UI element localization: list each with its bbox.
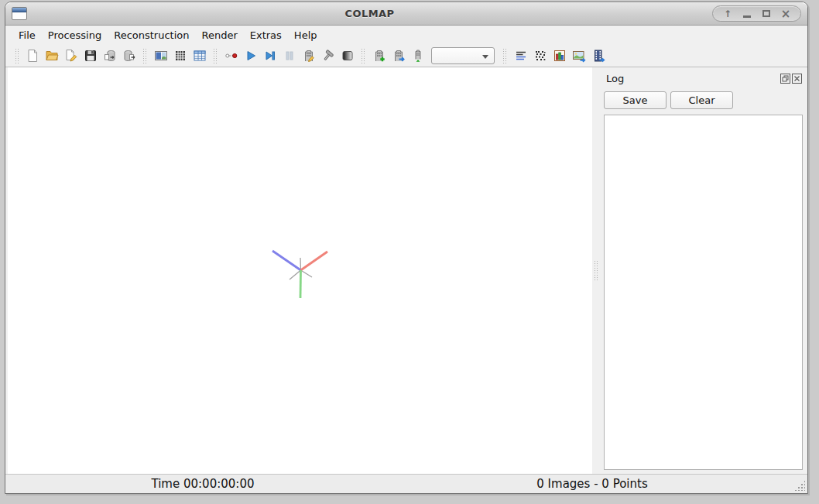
- window-controls: ↑ ×: [712, 5, 801, 22]
- log-output-text[interactable]: [604, 115, 803, 470]
- table-view-button[interactable]: [190, 46, 209, 66]
- close-panel-button[interactable]: [792, 74, 802, 84]
- log-lines-icon: [514, 49, 528, 63]
- log-lines-button[interactable]: [511, 46, 530, 66]
- feature-match-button[interactable]: [221, 46, 241, 66]
- title-bar[interactable]: COLMAP ↑ ×: [5, 2, 807, 26]
- movie-grab-icon: [591, 49, 605, 63]
- table-icon: [193, 49, 207, 63]
- match-matrix-button[interactable]: [530, 46, 550, 66]
- bar-chart-button[interactable]: [550, 46, 569, 66]
- minimize-button[interactable]: [742, 9, 752, 19]
- hammer-button[interactable]: [318, 46, 338, 66]
- splitter-grip-icon: [594, 260, 598, 282]
- export-model-button[interactable]: [119, 46, 139, 66]
- new-file-icon: [26, 49, 39, 63]
- window-title: COLMAP: [27, 8, 712, 19]
- axes-gizmo: [8, 67, 592, 473]
- toolbar-separator: [361, 48, 365, 63]
- pause-icon: [283, 49, 296, 63]
- toolbar-separator: [213, 48, 218, 63]
- toolbar-drag-handle[interactable]: [15, 48, 19, 63]
- building-edit-icon: [302, 49, 316, 63]
- toolbar: [5, 44, 807, 67]
- main-area: Log: [5, 67, 807, 474]
- menu-help[interactable]: Help: [288, 27, 324, 43]
- building-export-button[interactable]: [389, 46, 408, 66]
- building-edit-button[interactable]: [299, 46, 318, 66]
- building-export-icon: [392, 49, 406, 63]
- render-sphere-icon: [341, 49, 355, 63]
- shade-button[interactable]: ↑: [722, 9, 733, 19]
- building-up-icon: [411, 49, 425, 63]
- edit-file-icon: [64, 49, 78, 63]
- step-forward-button[interactable]: [260, 46, 279, 66]
- log-panel-title: Log: [606, 73, 624, 84]
- log-panel: Log: [598, 67, 803, 474]
- import-model-icon: [103, 49, 117, 63]
- save-icon: [84, 49, 98, 63]
- float-panel-button[interactable]: [780, 74, 790, 84]
- match-matrix-icon: [533, 49, 547, 63]
- status-bar: Time 00:00:00:00 0 Images - 0 Points: [5, 474, 807, 493]
- chevron-down-icon: [482, 55, 488, 59]
- image-pair-icon: [154, 49, 168, 63]
- save-button[interactable]: [81, 46, 100, 66]
- bar-chart-icon: [553, 49, 567, 63]
- building-add-button[interactable]: [369, 46, 389, 66]
- feature-match-icon: [224, 49, 238, 63]
- menu-render[interactable]: Render: [195, 27, 243, 43]
- status-stats-label: 0 Images - 0 Points: [402, 477, 783, 491]
- maximize-button[interactable]: [761, 9, 772, 19]
- grid-icon: [173, 49, 187, 63]
- play-button[interactable]: [241, 46, 260, 66]
- log-clear-button[interactable]: Clear: [670, 91, 733, 109]
- close-icon: [792, 74, 802, 84]
- log-save-button[interactable]: Save: [604, 91, 667, 109]
- menu-extras[interactable]: Extras: [244, 27, 288, 43]
- toolbar-separator: [502, 48, 507, 63]
- log-buttons-row: Save Clear: [604, 91, 803, 109]
- image-grab-icon: [572, 49, 586, 63]
- render-sphere-button[interactable]: [338, 46, 357, 66]
- colmap-window: COLMAP ↑ × File Processing Reconstructio…: [5, 2, 808, 494]
- building-add-icon: [372, 49, 386, 63]
- float-icon: [780, 74, 790, 84]
- pause-button[interactable]: [279, 46, 299, 66]
- model-viewport[interactable]: [8, 67, 592, 474]
- import-model-button[interactable]: [100, 46, 119, 66]
- window-icon: [12, 7, 27, 20]
- menu-bar: File Processing Reconstruction Render Ex…: [5, 26, 807, 44]
- open-folder-icon: [45, 49, 59, 63]
- image-grab-button[interactable]: [569, 46, 588, 66]
- step-forward-icon: [263, 49, 277, 63]
- menu-file[interactable]: File: [12, 27, 42, 43]
- menu-reconstruction[interactable]: Reconstruction: [108, 27, 195, 43]
- splitter[interactable]: [592, 67, 598, 474]
- resize-grip[interactable]: [794, 480, 805, 491]
- grid-view-button[interactable]: [170, 46, 190, 66]
- menu-processing[interactable]: Processing: [42, 27, 108, 43]
- edit-file-button[interactable]: [61, 46, 81, 66]
- status-time-label: Time 00:00:00:00: [5, 477, 400, 491]
- export-model-icon: [122, 49, 136, 63]
- log-panel-header[interactable]: Log: [604, 70, 803, 87]
- toolbar-separator: [142, 48, 147, 63]
- movie-grab-button[interactable]: [588, 46, 608, 66]
- play-icon: [244, 49, 258, 63]
- image-pair-view-button[interactable]: [151, 46, 170, 66]
- close-button[interactable]: ×: [780, 9, 791, 19]
- open-folder-button[interactable]: [42, 46, 61, 66]
- model-selector-combobox[interactable]: [431, 47, 495, 64]
- building-up-button[interactable]: [408, 46, 427, 66]
- hammer-icon: [321, 49, 335, 63]
- new-file-button[interactable]: [22, 46, 42, 66]
